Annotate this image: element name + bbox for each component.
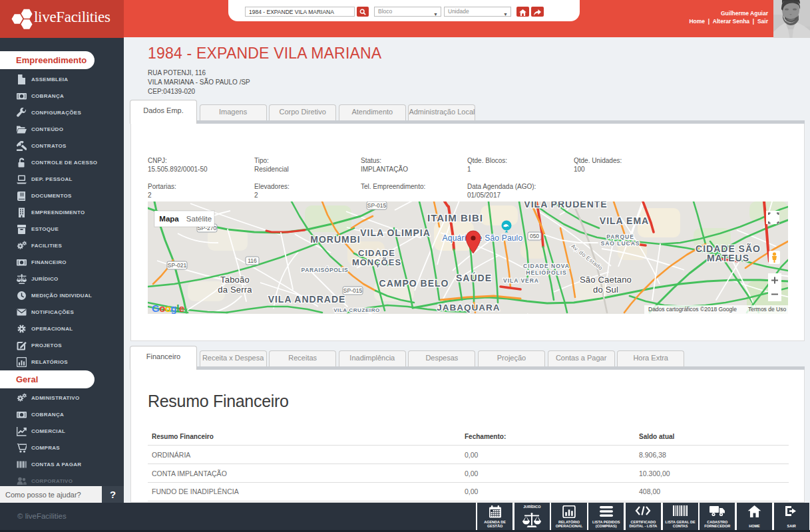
svg-text:Dados cartográficos ©2018 Goog: Dados cartográficos ©2018 Google bbox=[648, 306, 737, 313]
svg-text:VILA CRUZEIRO: VILA CRUZEIRO bbox=[333, 307, 380, 313]
svg-text:do Sul: do Sul bbox=[593, 285, 618, 295]
svg-text:Google: Google bbox=[152, 303, 184, 314]
svg-text:VILA OLIMPIA: VILA OLIMPIA bbox=[360, 227, 431, 238]
svg-text:da Serra: da Serra bbox=[218, 285, 252, 295]
svg-text:Aquário de São Paulo: Aquário de São Paulo bbox=[443, 233, 523, 243]
svg-text:SAO LUCAS: SAO LUCAS bbox=[600, 240, 640, 247]
svg-text:VILA PRUDENTE: VILA PRUDENTE bbox=[524, 201, 607, 209]
svg-text:Mapa: Mapa bbox=[159, 215, 179, 223]
svg-text:MONÇÕES: MONÇÕES bbox=[352, 257, 401, 267]
svg-text:CAMPO BELO: CAMPO BELO bbox=[379, 278, 449, 289]
svg-text:VILA ANDRADE: VILA ANDRADE bbox=[268, 294, 346, 305]
svg-text:São Caetano: São Caetano bbox=[580, 275, 632, 285]
svg-text:Termos de Uso: Termos de Uso bbox=[748, 306, 786, 313]
svg-text:PARAISÓPOLIS: PARAISÓPOLIS bbox=[302, 266, 349, 273]
svg-text:CIDADE: CIDADE bbox=[358, 248, 395, 258]
svg-text:SAÚDE: SAÚDE bbox=[456, 272, 492, 283]
svg-text:SP-015: SP-015 bbox=[343, 287, 363, 294]
svg-text:JABAQUARA: JABAQUARA bbox=[437, 303, 500, 313]
svg-text:SP-021: SP-021 bbox=[168, 262, 187, 269]
svg-text:VILA EMA: VILA EMA bbox=[600, 215, 649, 226]
svg-text:MORUMBI: MORUMBI bbox=[310, 234, 360, 245]
svg-text:050: 050 bbox=[530, 233, 539, 239]
svg-text:HELIÓPOLIS: HELIÓPOLIS bbox=[526, 269, 566, 276]
svg-text:ITAIM BIBI: ITAIM BIBI bbox=[427, 212, 483, 223]
svg-text:VILA VERA: VILA VERA bbox=[503, 277, 539, 284]
svg-text:Satélite: Satélite bbox=[186, 215, 212, 223]
svg-text:CIDADE NOVA: CIDADE NOVA bbox=[523, 263, 570, 269]
svg-text:116: 116 bbox=[248, 257, 257, 264]
svg-text:SP-015: SP-015 bbox=[367, 202, 387, 209]
svg-text:Taboão: Taboão bbox=[220, 275, 250, 285]
svg-text:MATEUS: MATEUS bbox=[707, 253, 749, 263]
svg-text:PARQUE: PARQUE bbox=[606, 233, 634, 240]
